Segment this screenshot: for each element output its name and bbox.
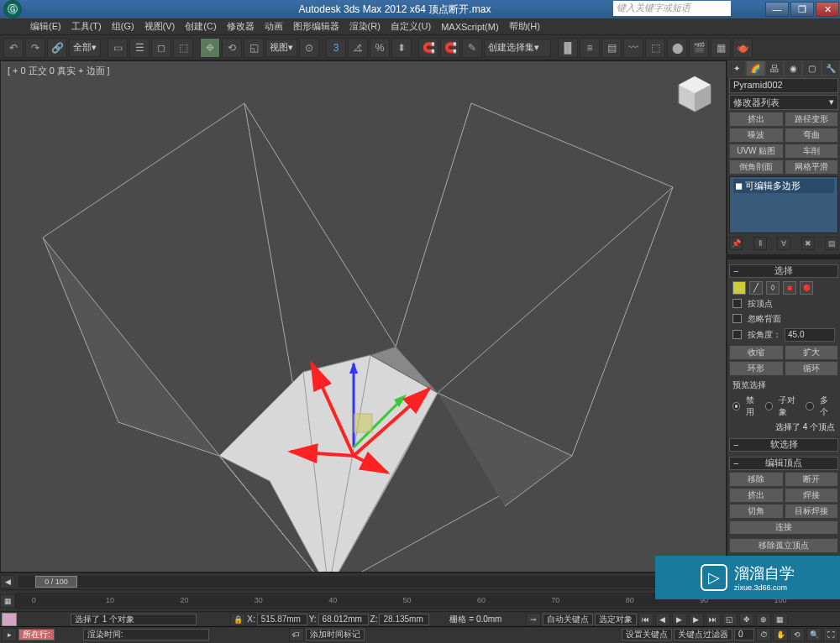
subobj-vertex[interactable]: ∴ (732, 281, 746, 295)
create-tab[interactable]: ✦ (727, 60, 746, 76)
chamfer-button[interactable]: 切角 (729, 504, 784, 519)
modify-tab[interactable]: 🌈 (746, 60, 764, 76)
percent-snap-button[interactable]: % (370, 38, 390, 58)
time-tag-icon[interactable]: 🏷 (289, 628, 304, 641)
configure-sets-button[interactable]: ▤ (825, 237, 838, 250)
time-handle[interactable]: 0 / 100 (35, 576, 77, 588)
preset-uvwmap[interactable]: UVW 贴图 (729, 144, 784, 159)
pivot-button[interactable]: ⊙ (299, 38, 319, 58)
preset-bevelprofile[interactable]: 倒角剖面 (729, 159, 784, 175)
magnet-button[interactable]: 🧲 (418, 38, 438, 58)
menu-graph-editors[interactable]: 图形编辑器 (288, 20, 344, 33)
preset-extrude[interactable]: 挤出 (729, 112, 784, 127)
prev-frame-button[interactable]: ◀ (655, 613, 670, 626)
y-coord-field[interactable]: 68.012mm (318, 614, 369, 625)
connect-button[interactable]: 连接 (729, 520, 838, 535)
motion-tab[interactable]: ◉ (784, 60, 802, 76)
menu-create[interactable]: 创建(C) (180, 20, 221, 33)
ring-button[interactable]: 环形 (729, 361, 784, 376)
render-setup-button[interactable]: 🎬 (689, 38, 709, 58)
utilities-tab[interactable]: 🔧 (822, 60, 840, 76)
pin-stack-button[interactable]: 📌 (729, 237, 743, 250)
viewport-nav2[interactable]: ⊕ (756, 613, 771, 626)
target-weld-button[interactable]: 目标焊接 (785, 504, 839, 519)
display-tab[interactable]: ▢ (802, 60, 821, 76)
render-frame-button[interactable]: ▦ (711, 38, 731, 58)
redo-button[interactable]: ↷ (25, 38, 45, 58)
ref-coord-dropdown[interactable]: 视图 ▾ (265, 39, 297, 57)
x-coord-field[interactable]: 515.87mm (257, 614, 307, 625)
add-time-tag-button[interactable]: 添加时间标记 (306, 629, 365, 640)
spinner-snap-button[interactable]: ⬍ (391, 38, 412, 58)
preview-subobj-radio[interactable] (765, 402, 773, 410)
menu-edit[interactable]: 编辑(E) (25, 20, 66, 33)
modifier-list-dropdown[interactable]: 修改器列表▾ (729, 95, 838, 110)
select-button[interactable]: ▭ (108, 38, 128, 58)
status-pink-button[interactable] (2, 613, 17, 626)
current-frame-field[interactable]: 0 (734, 629, 754, 640)
remove-iso-button[interactable]: 移除孤立顶点 (729, 538, 838, 552)
snap-toggle[interactable]: 3 (326, 38, 346, 58)
magnet2-button[interactable]: 🧲 (440, 38, 460, 58)
rollout-edit-vertices[interactable]: 编辑顶点 (729, 457, 838, 470)
angle-snap-button[interactable]: ⦨ (348, 38, 368, 58)
named-selection-dropdown[interactable]: 创建选择集 ▾ (484, 39, 551, 57)
menu-help[interactable]: 帮助(H) (504, 20, 545, 33)
menu-views[interactable]: 视图(V) (139, 20, 181, 33)
play-button[interactable]: ▶ (672, 613, 687, 626)
menu-rendering[interactable]: 渲染(R) (344, 20, 386, 33)
menu-tools[interactable]: 工具(T) (66, 20, 107, 33)
next-frame-button[interactable]: ▶ (689, 613, 704, 626)
lock-selection-button[interactable]: 🔒 (230, 613, 245, 626)
menu-modifiers[interactable]: 修改器 (222, 20, 260, 33)
break-button[interactable]: 断开 (785, 472, 839, 487)
help-search-input[interactable]: 键入关键字或短语 (613, 1, 731, 16)
subobj-edge[interactable]: ╱ (749, 281, 763, 295)
layer-button[interactable]: ▤ (601, 38, 622, 58)
ignore-backface-checkbox[interactable] (732, 314, 742, 323)
viewport[interactable]: [ + 0 正交 0 真实 + 边面 ] (0, 60, 727, 572)
show-end-result-button[interactable]: Ⅱ (753, 237, 767, 250)
rollout-soft-selection[interactable]: 软选择 (729, 438, 838, 452)
select-region-button[interactable]: ◻ (151, 38, 171, 58)
align-button[interactable]: ≡ (580, 38, 600, 58)
key-filters-button[interactable]: 关键点过滤器 (674, 629, 732, 640)
z-coord-field[interactable]: 28.135mm (379, 614, 429, 625)
rollout-selection[interactable]: 选择 (729, 264, 838, 278)
selection-set-field[interactable]: 选定对象 (595, 614, 637, 625)
schematic-button[interactable]: ⬚ (645, 38, 665, 58)
modifier-stack[interactable]: ◼ 可编辑多边形 (729, 176, 838, 233)
max-viewport-button[interactable]: ⛶ (823, 628, 838, 641)
preview-off-radio[interactable] (732, 402, 740, 410)
link-button[interactable]: 🔗 (47, 38, 67, 58)
prompt-button[interactable]: ▸ (2, 628, 17, 641)
remove-modifier-button[interactable]: ✖ (801, 237, 815, 250)
close-button[interactable]: ✕ (816, 2, 839, 17)
time-config-button[interactable]: ⏱ (756, 628, 771, 641)
viewport-nav1[interactable]: ✥ (739, 613, 754, 626)
subobj-border[interactable]: ◊ (766, 281, 780, 295)
set-key-button[interactable]: 设置关键点 (622, 629, 672, 640)
shrink-button[interactable]: 收缩 (729, 345, 784, 360)
select-name-button[interactable]: ☰ (129, 38, 150, 58)
preset-bend[interactable]: 弯曲 (785, 128, 839, 143)
subobj-polygon[interactable]: ■ (783, 281, 796, 295)
isolate-button[interactable]: ◱ (722, 613, 738, 626)
by-vertex-checkbox[interactable] (732, 299, 742, 308)
rotate-button[interactable]: ⟲ (222, 38, 242, 58)
by-angle-checkbox[interactable] (732, 330, 742, 339)
preset-noise[interactable]: 噪波 (729, 128, 784, 143)
timeline-left-button[interactable]: ◀ (0, 575, 15, 588)
goto-end-button[interactable]: ⏭ (706, 613, 721, 626)
hierarchy-tab[interactable]: 品 (765, 60, 784, 76)
preview-multi-radio[interactable] (806, 402, 813, 410)
filter-dropdown[interactable]: 全部 ▾ (69, 39, 101, 57)
orbit-button[interactable]: ⟲ (790, 628, 805, 641)
viewport-nav3[interactable]: ▦ (773, 613, 788, 626)
render-button[interactable]: 🫖 (732, 38, 753, 58)
stack-editable-poly[interactable]: ◼ 可编辑多边形 (733, 179, 834, 193)
pan-view-button[interactable]: ✋ (773, 628, 788, 641)
material-editor-button[interactable]: ⬤ (667, 38, 687, 58)
minimize-button[interactable]: — (765, 2, 789, 17)
menu-customize[interactable]: 自定义(U) (386, 20, 436, 33)
